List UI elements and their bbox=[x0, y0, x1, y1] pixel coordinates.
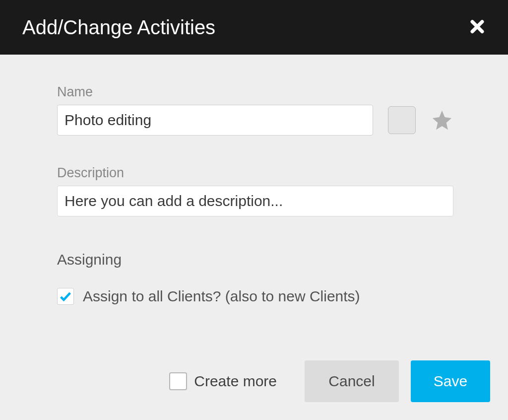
save-button[interactable]: Save bbox=[411, 360, 490, 402]
assigning-section-title: Assigning bbox=[57, 251, 453, 268]
assign-all-label: Assign to all Clients? (also to new Clie… bbox=[83, 288, 360, 305]
name-row bbox=[57, 105, 453, 136]
assign-all-row: Assign to all Clients? (also to new Clie… bbox=[57, 288, 453, 305]
name-input[interactable] bbox=[57, 105, 373, 136]
description-input[interactable] bbox=[57, 186, 453, 216]
create-more-label: Create more bbox=[194, 373, 277, 390]
assign-all-checkbox[interactable] bbox=[57, 288, 74, 305]
create-more-wrap: Create more bbox=[169, 372, 277, 390]
create-more-checkbox[interactable] bbox=[169, 372, 187, 390]
modal-title: Add/Change Activities bbox=[22, 16, 215, 39]
name-label: Name bbox=[57, 84, 453, 100]
cancel-button[interactable]: Cancel bbox=[305, 360, 399, 402]
modal-footer: Create more Cancel Save bbox=[0, 360, 508, 420]
add-change-activities-modal: Add/Change Activities Name Description A… bbox=[0, 0, 508, 420]
modal-header: Add/Change Activities bbox=[0, 0, 508, 55]
color-swatch[interactable] bbox=[388, 106, 416, 134]
close-icon[interactable] bbox=[469, 19, 486, 36]
modal-body: Name Description Assigning Assign to all… bbox=[0, 55, 508, 360]
star-icon[interactable] bbox=[431, 109, 453, 132]
description-label: Description bbox=[57, 165, 453, 181]
